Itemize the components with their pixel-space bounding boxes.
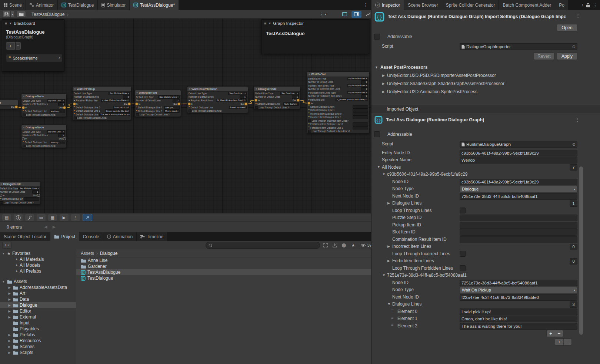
create-asset-button[interactable]: + ▾ — [2, 242, 12, 249]
search-by-type-icon[interactable] — [322, 242, 329, 249]
node-dropdown[interactable]: Say One Line▾ — [280, 92, 299, 95]
graph-node-waitonslot[interactable]: ≡WaitOnSlotDefault Line TypeSay Multiple… — [307, 71, 370, 134]
prop-value-field[interactable]: Weirdo — [460, 157, 577, 164]
save-search-icon[interactable]: ★ — [350, 242, 357, 249]
node-checkbox[interactable] — [308, 130, 311, 133]
node-text-field[interactable] — [353, 115, 368, 119]
input-port-dot[interactable] — [22, 138, 24, 140]
prop-checkbox[interactable] — [460, 265, 466, 271]
tree-folder-addressableassetsdata[interactable]: ▶AddressableAssetsData — [0, 284, 76, 290]
asset-postprocessors-foldout[interactable]: ▼ Asset PostProcessors — [371, 63, 600, 71]
prop-value-field[interactable]: f22a475e-4c2f-41c6-9b73-6a83498abfe0 — [460, 294, 577, 301]
tab-animator[interactable]: Animator — [26, 0, 58, 10]
prop-label[interactable]: Dialogue Lines — [392, 301, 421, 307]
info-icon[interactable]: i — [14, 214, 23, 221]
postprocessor-shadergraphassetpostprocessor[interactable]: ▶UnityEditor.ShaderGraph.ShaderGraphAsse… — [371, 80, 600, 88]
prop-value-field[interactable] — [460, 222, 577, 229]
node-number-field[interactable]: 1 — [292, 95, 299, 99]
node-checkbox[interactable] — [308, 119, 311, 122]
asset-gardener[interactable]: Gardener — [76, 263, 371, 269]
output-port-dot[interactable] — [37, 194, 40, 196]
inspector-scrollbar[interactable] — [579, 166, 583, 335]
output-port-dot[interactable] — [63, 138, 66, 140]
tree-favorite-all-models[interactable]: ★All Models — [0, 262, 76, 268]
tab-animation[interactable]: Animation — [103, 232, 137, 241]
expander-icon[interactable]: ▶ — [7, 316, 11, 319]
fold-closed-icon[interactable]: ▶ — [387, 259, 390, 263]
fold-open-icon[interactable]: ▼ — [268, 22, 271, 25]
graph-node-waitoncombination[interactable]: ≡WaitOnCombinationDefault Line TypeSay O… — [187, 86, 248, 113]
node-title-bar[interactable]: ≡StartNode — [0, 100, 18, 105]
kebab-icon[interactable]: ⋮ — [360, 0, 371, 10]
prop-value-field[interactable]: 7251e73e-38d3-44ff-a8c5-bcf54088aaf1 — [460, 280, 577, 286]
tree-folder-prefabs[interactable]: ▶Prefabs — [0, 332, 76, 338]
prop-value-field[interactable]: I said pick it up! — [460, 309, 577, 315]
toggle-graph-inspector-button[interactable] — [351, 11, 361, 18]
tree-favorite-all-materials[interactable]: ★All Materials — [0, 256, 76, 262]
output-port-dot[interactable] — [63, 107, 66, 109]
node-checkbox[interactable] — [136, 113, 139, 116]
input-port[interactable]: In — [255, 99, 260, 101]
prop-value-field[interactable]: c93b5606-401f-49a2-99b5-9ecbf1fa9c29 — [460, 179, 577, 185]
node-text-field[interactable]: Cmon, don't be like this! — [105, 109, 130, 113]
node-title-bar[interactable]: ≡DialogueNode — [0, 182, 40, 187]
add-element-button[interactable]: + — [547, 330, 555, 337]
open-graph-button[interactable] — [17, 11, 26, 18]
tab-po[interactable]: Po — [555, 0, 569, 10]
fold-closed-icon[interactable]: ▶ — [382, 90, 385, 94]
blackboard-header[interactable]: ≡ ▼ Blackboard — [2, 20, 64, 27]
blackboard-add-button[interactable]: + — [6, 42, 15, 50]
node-dropdown[interactable]: Say Multiple Lines▾ — [109, 92, 130, 95]
input-port[interactable]: In — [308, 102, 313, 104]
array-size-field[interactable]: 7 — [570, 164, 577, 171]
addressable-checkbox[interactable] — [374, 131, 380, 137]
add-element-button[interactable]: + — [555, 339, 563, 345]
node-text-field[interactable] — [353, 122, 368, 126]
collapse-chevron-icon[interactable]: ‹ — [59, 55, 60, 61]
remove-element-button[interactable]: − — [564, 339, 572, 345]
expander-icon[interactable]: ▶ — [7, 304, 11, 307]
output-port-dot[interactable] — [128, 103, 130, 105]
output-port-dot[interactable] — [297, 99, 299, 101]
object-picker-icon[interactable]: ⊙ — [127, 99, 129, 101]
fold-closed-icon[interactable]: ▶ — [387, 245, 390, 248]
blackboard-panel[interactable]: ≡ ▼ Blackboard TestAssDialogue (Dialogue… — [2, 19, 64, 72]
node-title-bar[interactable]: ≡WaitOnSlot — [307, 72, 369, 77]
node-object-field[interactable]: s_Ass (Pickup Item Data)⊙ — [101, 99, 130, 102]
tree-folder-scenes[interactable]: ▶Scenes — [0, 344, 76, 350]
node-text-field[interactable] — [353, 126, 368, 130]
prop-label[interactable]: Incorrect Item Lines — [392, 244, 431, 249]
tab-testassdialogue[interactable]: {}TestAssDialogue* — [130, 0, 179, 10]
expander-icon[interactable]: ▼ — [1, 280, 6, 283]
node-object-field[interactable]: S_Bonfire (Pickup Item Data)⊙ — [336, 98, 368, 102]
prop-value-field[interactable] — [460, 236, 577, 243]
search-by-label-icon[interactable] — [331, 242, 339, 249]
node-text-field[interactable]: I need my meat! — [229, 106, 247, 109]
input-port[interactable]: In — [22, 107, 27, 109]
node-object-field[interactable]: N_Meat (Pickup Item Data)⊙ — [216, 99, 247, 102]
tree-folder-playables[interactable]: Playables — [0, 326, 76, 332]
save-graph-button[interactable] — [2, 11, 10, 18]
prop-label[interactable]: All Nodes — [382, 165, 401, 170]
node-number-field[interactable]: 1 — [240, 95, 247, 99]
output-port-dot[interactable] — [245, 103, 247, 105]
next-error-button[interactable]: ▶ — [53, 225, 56, 229]
tree-folder-resources[interactable]: ▶Resources — [0, 338, 76, 344]
output-port-dot[interactable] — [178, 103, 180, 105]
kebab-icon[interactable]: ⋮ — [575, 117, 580, 122]
prop-value-field[interactable]: Cmon, don't be like this! — [460, 316, 577, 322]
console-lines-icon[interactable]: ▤ — [2, 214, 11, 221]
node-title-bar[interactable]: ≡DialogueNode — [21, 125, 66, 130]
open-button[interactable]: Open — [557, 24, 577, 31]
node-checkbox[interactable] — [23, 114, 26, 117]
script-object-field[interactable]: DialogueGraphImporter ⊙ — [460, 43, 577, 50]
prop-label[interactable]: Forbidden Item Lines — [392, 258, 434, 263]
node-title-bar[interactable]: ≡WaitOnCombination — [187, 87, 248, 92]
remove-element-button[interactable]: − — [555, 330, 563, 337]
breadcrumb-dialogue[interactable]: Dialogue — [100, 251, 117, 256]
drag-handle-icon[interactable]: = — [391, 308, 393, 313]
fold-open-icon[interactable]: ▼ — [377, 165, 380, 169]
asset-testdialogue[interactable]: {}TestDialogue — [76, 275, 371, 281]
asset-anne-lise[interactable]: Anne Lise — [76, 257, 371, 263]
expander-icon[interactable]: ▼ — [1, 252, 6, 255]
